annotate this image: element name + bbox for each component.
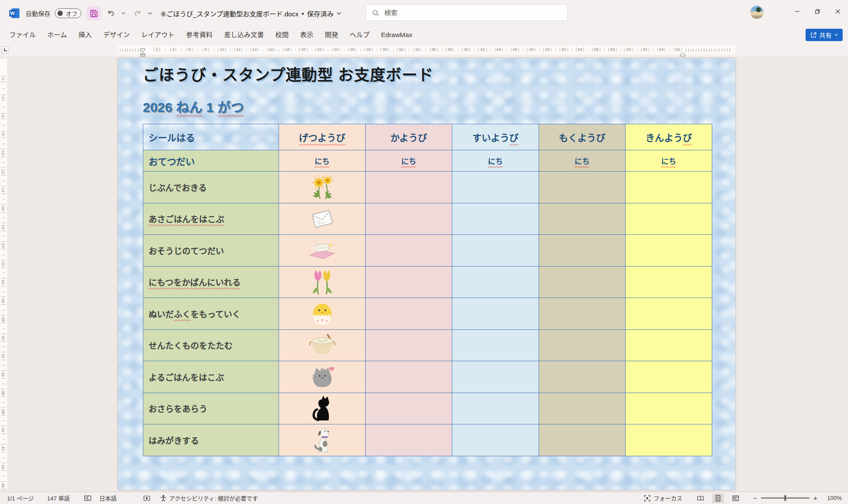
day-cell[interactable] (626, 424, 712, 456)
save-button[interactable] (87, 6, 101, 20)
stamp-soap-image[interactable] (309, 246, 336, 253)
task-label-cell[interactable]: おそうじのてつだい (143, 235, 279, 267)
task-label-cell[interactable]: にもつをかばんにいれる (143, 266, 279, 298)
close-button[interactable] (828, 0, 848, 23)
task-label-cell[interactable]: おさらをあらう (143, 393, 279, 424)
macro-record-button[interactable] (143, 495, 150, 501)
date-header-cell[interactable]: にち (539, 150, 626, 172)
ribbon-tab[interactable]: 校閲 (270, 27, 294, 43)
corner-header-cell[interactable]: シールはる (143, 124, 279, 150)
zoom-slider-thumb[interactable] (784, 495, 786, 501)
autosave-toggle[interactable]: オフ (55, 8, 81, 18)
task-label-cell[interactable]: あさごはんをはこぶ (143, 203, 279, 235)
day-header-cell[interactable]: かようび (366, 124, 452, 150)
document-page[interactable]: ごほうび・スタンプ連動型 お支度ボード 2026 ねん 1 がつ シールはるげつ… (118, 58, 735, 490)
date-header-cell[interactable]: にち (366, 150, 452, 172)
ribbon-tab[interactable]: 開発 (319, 27, 344, 43)
stamp-pot-image[interactable] (308, 341, 336, 348)
document-subheading[interactable]: 2026 ねん 1 がつ (143, 96, 244, 116)
day-cell[interactable] (279, 203, 366, 235)
qat-customize-button[interactable] (146, 7, 154, 20)
day-cell[interactable] (626, 203, 712, 235)
ribbon-tab[interactable]: レイアウト (136, 27, 180, 43)
day-cell[interactable] (539, 361, 626, 393)
zoom-slider[interactable] (761, 497, 810, 499)
day-cell[interactable] (452, 424, 539, 456)
day-cell[interactable] (452, 329, 539, 361)
day-cell[interactable] (452, 393, 539, 424)
stamp-dog-image[interactable] (313, 435, 332, 443)
task-label-cell[interactable]: よるごはんをはこぶ (143, 361, 279, 393)
ribbon-tab[interactable]: 参考資料 (180, 27, 218, 43)
day-cell[interactable] (539, 298, 626, 330)
day-cell[interactable] (539, 235, 626, 267)
day-cell[interactable] (279, 424, 366, 456)
stamp-black-cat-image[interactable] (312, 404, 333, 412)
ribbon-tab[interactable]: 表示 (294, 27, 319, 43)
accessibility-status[interactable]: アクセシビリティ: 検討が必要です (160, 494, 258, 502)
day-cell[interactable] (626, 172, 712, 203)
day-header-cell[interactable]: すいようび (452, 124, 539, 150)
day-cell[interactable] (366, 393, 452, 424)
day-cell[interactable] (279, 266, 366, 298)
task-label-cell[interactable]: じぶんでおきる (143, 172, 279, 203)
proofing-status-button[interactable] (84, 495, 92, 501)
day-cell[interactable] (539, 203, 626, 235)
day-cell[interactable] (539, 266, 626, 298)
day-cell[interactable] (366, 298, 452, 330)
word-count[interactable]: 147 単語 (47, 494, 69, 502)
day-cell[interactable] (366, 424, 452, 456)
day-cell[interactable] (279, 298, 366, 330)
zoom-level[interactable]: 100% (827, 495, 842, 501)
stamp-gray-cat-image[interactable] (309, 372, 336, 380)
day-cell[interactable] (279, 393, 366, 424)
day-cell[interactable] (452, 361, 539, 393)
day-cell[interactable] (626, 329, 712, 361)
web-layout-button[interactable] (730, 493, 741, 503)
read-mode-button[interactable] (695, 493, 706, 503)
restore-button[interactable] (807, 0, 828, 23)
day-cell[interactable] (279, 361, 366, 393)
day-cell[interactable] (452, 298, 539, 330)
day-cell[interactable] (626, 266, 712, 298)
day-cell[interactable] (279, 172, 366, 203)
date-header-cell[interactable]: にち (626, 150, 712, 172)
chore-section-cell[interactable]: おてつだい (143, 150, 279, 172)
day-cell[interactable] (366, 235, 452, 267)
document-heading[interactable]: ごほうび・スタンプ連動型 お支度ボード (143, 62, 434, 85)
day-cell[interactable] (452, 203, 539, 235)
day-cell[interactable] (366, 266, 452, 298)
minimize-button[interactable] (787, 0, 807, 23)
day-cell[interactable] (279, 235, 366, 267)
search-input[interactable] (383, 8, 561, 17)
day-cell[interactable] (539, 329, 626, 361)
day-cell[interactable] (452, 266, 539, 298)
print-layout-button[interactable] (712, 493, 724, 503)
day-cell[interactable] (366, 329, 452, 361)
share-button[interactable]: 共有 (806, 29, 843, 41)
day-cell[interactable] (539, 393, 626, 424)
date-header-cell[interactable]: にち (452, 150, 539, 172)
ribbon-tab[interactable]: デザイン (98, 27, 136, 43)
focus-mode-button[interactable]: フォーカス (644, 494, 682, 502)
day-cell[interactable] (626, 393, 712, 424)
zoom-in-button[interactable]: + (814, 494, 817, 502)
search-bar[interactable] (366, 4, 568, 21)
task-label-cell[interactable]: ぬいだふくをもっていく (143, 298, 279, 330)
user-avatar[interactable] (750, 6, 764, 19)
ribbon-tab[interactable]: ホーム (42, 27, 73, 43)
task-label-cell[interactable]: せんたくものをたたむ (143, 329, 279, 361)
day-header-cell[interactable]: きんようび (626, 124, 712, 150)
task-label-cell[interactable]: はみがきする (143, 424, 279, 456)
ribbon-tab[interactable]: 差し込み文書 (218, 27, 270, 43)
page-indicator[interactable]: 1/1 ページ (7, 494, 34, 502)
redo-button[interactable] (131, 7, 144, 20)
stamp-dandelion-image[interactable] (311, 183, 334, 190)
undo-menu-chevron[interactable] (119, 7, 127, 20)
ribbon-tab[interactable]: 挿入 (73, 27, 98, 43)
day-cell[interactable] (452, 172, 539, 203)
day-cell[interactable] (539, 172, 626, 203)
day-cell[interactable] (279, 329, 366, 361)
day-cell[interactable] (626, 361, 712, 393)
zoom-out-button[interactable]: − (753, 494, 757, 502)
